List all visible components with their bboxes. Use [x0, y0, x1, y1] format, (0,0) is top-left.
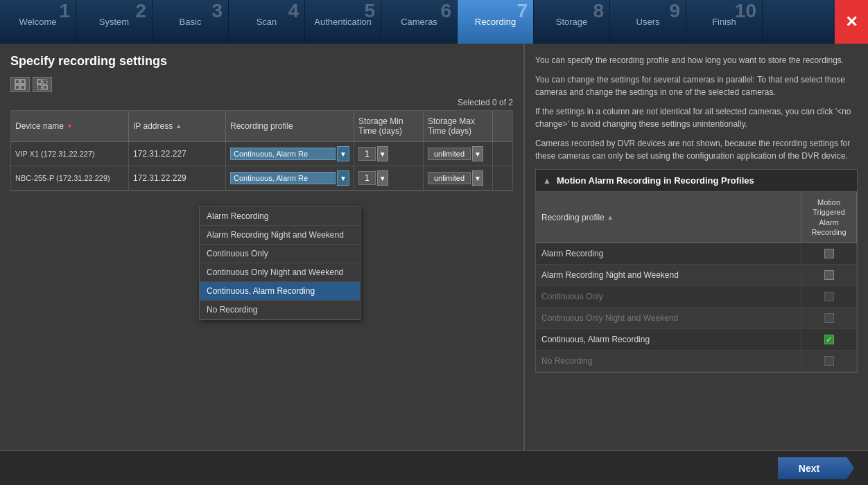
table-row: VIP X1 (172.31.22.227) 172.31.22.227 Con…	[11, 142, 512, 166]
motion-checkbox-alarm-nw[interactable]	[824, 270, 834, 280]
motion-checkbox-continuous-only[interactable]	[824, 292, 834, 301]
device-name-cell: VIP X1 (172.31.22.227)	[11, 142, 129, 166]
left-panel: Specify recording settings Selec	[0, 44, 523, 450]
nav-item-cameras[interactable]: 6 Cameras	[381, 0, 458, 44]
max-time-cell-2: unlimited ▼	[424, 166, 493, 190]
motion-row-alarm-nw: Alarm Recording Night and Weekend	[536, 265, 857, 286]
motion-checkbox-continuous-only-nw[interactable]	[824, 313, 834, 323]
motion-col-profile-header: Recording profile ▲	[536, 192, 801, 242]
sort-asc-icon: ▲	[175, 123, 182, 130]
deselect-all-icon	[37, 79, 48, 90]
motion-row-continuous-only: Continuous Only	[536, 286, 857, 308]
motion-check-cell	[801, 351, 857, 371]
motion-row-no-recording: No Recording	[536, 351, 857, 372]
max-time-arrow[interactable]: ▼	[472, 146, 483, 161]
svg-rect-7	[43, 85, 47, 89]
close-icon: ✕	[845, 13, 858, 31]
deselect-all-button[interactable]	[33, 77, 52, 92]
profile-dropdown-cell-2: Continuous, Alarm Re ▼	[226, 166, 354, 190]
device-name-cell: NBC-255-P (172.31.22.229)	[11, 166, 129, 190]
dropdown-item-continuous-alarm[interactable]: Continuous, Alarm Recording	[200, 282, 360, 301]
select-all-icon	[15, 79, 26, 90]
profile-dropdown-arrow-2[interactable]: ▼	[337, 170, 349, 186]
col-storage-max[interactable]: Storage Max Time (days)	[424, 111, 493, 141]
svg-rect-0	[15, 80, 19, 84]
nav-item-finish[interactable]: 10 Finish	[686, 0, 763, 44]
profile-dropdown-menu: Alarm Recording Alarm Recording Night an…	[199, 206, 361, 320]
nav-item-scan[interactable]: 4 Scan	[229, 0, 305, 44]
motion-section-header[interactable]: ▲ Motion Alarm Recording in Recording Pr…	[535, 169, 858, 192]
ip-address-cell: 172.31.22.227	[129, 142, 226, 166]
nav-item-users[interactable]: 9 Users	[610, 0, 686, 44]
min-time-value-2: 1	[358, 171, 376, 185]
motion-check-cell	[801, 243, 857, 264]
page-title: Specify recording settings	[10, 54, 513, 69]
col-storage-min[interactable]: Storage Min Time (days)	[354, 111, 424, 141]
motion-profile-name: No Recording	[536, 351, 801, 371]
motion-check-cell	[801, 265, 857, 285]
profile-dropdown-arrow[interactable]: ▼	[337, 146, 349, 161]
nav-item-welcome[interactable]: 1 Welcome	[0, 0, 76, 44]
profile-dropdown-text-2: Continuous, Alarm Re	[230, 172, 336, 184]
motion-profile-name: Alarm Recording Night and Weekend	[536, 265, 801, 285]
max-time-value: unlimited	[428, 148, 471, 160]
profile-dropdown-cell: Continuous, Alarm Re ▼	[226, 142, 354, 166]
table-header: Device name ▼ IP address ▲ Recording pro…	[11, 111, 512, 142]
info-para-4: Cameras recorded by DVR devices are not …	[535, 137, 858, 162]
min-time-arrow[interactable]: ▼	[377, 146, 388, 161]
svg-rect-6	[37, 85, 42, 89]
svg-rect-3	[21, 85, 25, 89]
motion-col-check-header: Motion Triggered Alarm Recording	[801, 192, 857, 242]
toolbar	[10, 77, 513, 92]
nav-item-storage[interactable]: 8 Storage	[534, 0, 610, 44]
dropdown-item-alarm-nw[interactable]: Alarm Recording Night and Weekend	[200, 226, 360, 245]
motion-checkbox-continuous-alarm[interactable]	[824, 335, 834, 344]
max-time-arrow-2[interactable]: ▼	[472, 170, 483, 186]
next-button[interactable]: Next	[778, 457, 854, 479]
info-para-1: You can specify the recording profile an…	[535, 54, 858, 67]
dropdown-item-continuous-only[interactable]: Continuous Only	[200, 245, 360, 263]
motion-row-continuous-only-nw: Continuous Only Night and Weekend	[536, 308, 857, 329]
right-panel: You can specify the recording profile an…	[523, 44, 868, 450]
motion-row-alarm: Alarm Recording	[536, 243, 857, 265]
min-time-arrow-2[interactable]: ▼	[377, 170, 388, 186]
motion-check-cell	[801, 308, 857, 328]
nav-item-basic[interactable]: 3 Basic	[153, 0, 229, 44]
motion-table-header: Recording profile ▲ Motion Triggered Ala…	[536, 192, 857, 243]
svg-rect-4	[37, 80, 42, 84]
sort-icon: ▲	[607, 214, 614, 221]
nav-item-system[interactable]: 2 System	[76, 0, 153, 44]
info-para-3: If the settings in a column are not iden…	[535, 105, 858, 130]
close-button[interactable]: ✕	[835, 0, 868, 44]
col-ip-address[interactable]: IP address ▲	[129, 111, 226, 141]
sort-desc-icon: ▼	[67, 123, 73, 130]
dropdown-item-continuous-only-nw[interactable]: Continuous Only Night and Weekend	[200, 263, 360, 282]
dropdown-item-alarm[interactable]: Alarm Recording	[200, 207, 360, 226]
info-para-2: You can change the settings for several …	[535, 73, 858, 98]
motion-check-cell	[801, 286, 857, 307]
motion-checkbox-no-recording[interactable]	[824, 356, 834, 366]
min-time-value: 1	[358, 147, 376, 161]
dropdown-item-no-recording[interactable]: No Recording	[200, 301, 360, 319]
col-recording-profile[interactable]: Recording profile	[226, 111, 354, 141]
col-device-name[interactable]: Device name ▼	[11, 111, 129, 141]
nav-item-authentication[interactable]: 5 Authentication	[305, 0, 381, 44]
motion-checkbox-alarm[interactable]	[824, 249, 834, 258]
cameras-table: Device name ▼ IP address ▲ Recording pro…	[10, 110, 513, 191]
svg-rect-5	[43, 80, 47, 84]
nav-bar: 1 Welcome 2 System 3 Basic 4 Scan 5 Auth…	[0, 0, 868, 44]
collapse-icon: ▲	[543, 176, 551, 186]
ip-address-cell: 172.31.22.229	[129, 166, 226, 190]
max-time-cell: unlimited ▼	[424, 142, 493, 166]
select-all-button[interactable]	[10, 77, 30, 92]
motion-profile-name: Alarm Recording	[536, 243, 801, 264]
motion-section-title: Motion Alarm Recording in Recording Prof…	[557, 175, 754, 186]
nav-item-recording[interactable]: 7 Recording	[458, 0, 534, 44]
motion-table: Recording profile ▲ Motion Triggered Ala…	[535, 192, 858, 373]
motion-profile-name: Continuous Only Night and Weekend	[536, 308, 801, 328]
bottom-bar: Next	[0, 450, 868, 485]
motion-row-continuous-alarm: Continuous, Alarm Recording	[536, 329, 857, 351]
max-time-value-2: unlimited	[428, 172, 471, 184]
motion-profile-name: Continuous, Alarm Recording	[536, 329, 801, 350]
main-content: Specify recording settings Selec	[0, 44, 868, 450]
